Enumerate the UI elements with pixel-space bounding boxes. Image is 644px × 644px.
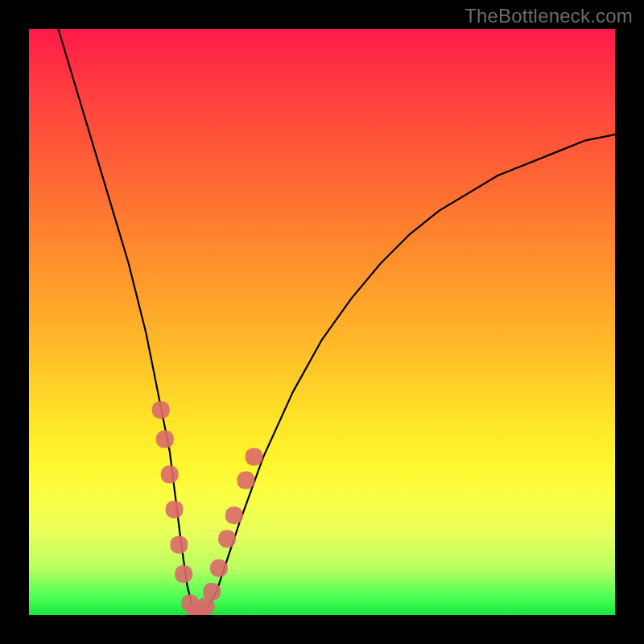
watermark-text: TheBottleneck.com	[464, 5, 633, 27]
marker-dot	[152, 401, 170, 419]
marker-dot	[175, 565, 192, 583]
marker-dot	[218, 530, 236, 547]
marker-dot	[246, 448, 263, 465]
marker-dot	[166, 501, 184, 518]
bottleneck-curve	[58, 29, 615, 615]
chart-frame: TheBottleneck.com	[0, 0, 644, 644]
marker-dot	[170, 536, 188, 554]
marker-dot	[203, 583, 221, 601]
curve-layer	[29, 29, 615, 615]
marker-dot	[156, 431, 174, 448]
plot-area	[29, 29, 615, 615]
marker-dot	[210, 559, 228, 577]
marker-dot	[161, 465, 179, 483]
marker-dot	[225, 506, 243, 524]
highlighted-range-markers	[152, 401, 263, 615]
marker-dot	[237, 472, 254, 489]
